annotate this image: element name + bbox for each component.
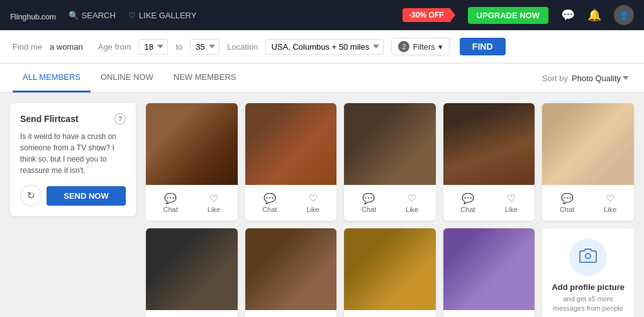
location-label: Location bbox=[227, 42, 258, 52]
like-button[interactable]: ♡ Like bbox=[401, 190, 423, 216]
search-nav-icon: 🔍 bbox=[69, 11, 79, 20]
like-gallery-nav-item[interactable]: ♡ LIKE GALLERY bbox=[128, 11, 197, 20]
like-button[interactable]: ♡ Like bbox=[599, 190, 621, 216]
like-label: Like bbox=[604, 206, 616, 213]
like-button[interactable]: ♡ Like bbox=[203, 190, 225, 216]
filters-button[interactable]: 2 Filters ▾ bbox=[391, 38, 449, 55]
flirtcast-title-row: Send Flirtcast ? bbox=[20, 113, 126, 125]
like-icon: ♡ bbox=[507, 192, 516, 204]
tab-new-members[interactable]: NEW MEMBERS bbox=[164, 64, 247, 92]
find-me-value: a woman bbox=[50, 42, 83, 52]
profile-actions: 💬 Chat ♡ Like bbox=[443, 310, 535, 317]
chat-button[interactable]: 💬 Chat bbox=[555, 190, 579, 216]
location-select[interactable]: USA, Columbus + 50 miles USA, New York +… bbox=[265, 39, 384, 55]
notifications-icon[interactable]: 🔔 bbox=[587, 8, 601, 22]
profile-actions: 💬 Chat ♡ Like bbox=[245, 310, 337, 317]
search-nav-label: SEARCH bbox=[82, 11, 116, 20]
profile-image bbox=[344, 228, 436, 310]
discount-badge: -30% OFF bbox=[402, 8, 455, 22]
profile-card: 💬 Chat ♡ Like bbox=[344, 103, 436, 221]
like-icon: ♡ bbox=[408, 192, 416, 204]
camera-circle bbox=[569, 238, 607, 276]
refresh-button[interactable]: ↻ bbox=[20, 185, 42, 206]
tab-online-now[interactable]: ONLINE NOW bbox=[91, 64, 164, 92]
chat-label: Chat bbox=[362, 206, 376, 213]
chat-icon: 💬 bbox=[462, 192, 474, 204]
filters-chevron-icon: ▾ bbox=[438, 42, 443, 52]
age-from-select[interactable]: 18 19 20 bbox=[138, 39, 168, 55]
filter-count: 2 bbox=[398, 41, 409, 52]
profile-image bbox=[443, 228, 535, 310]
chat-button[interactable]: 💬 Chat bbox=[257, 190, 282, 216]
help-icon[interactable]: ? bbox=[114, 113, 126, 125]
search-nav-item[interactable]: 🔍 SEARCH bbox=[69, 11, 116, 20]
like-label: Like bbox=[208, 206, 220, 213]
like-button[interactable]: ♡ Like bbox=[301, 190, 324, 216]
profile-card: 💬 Chat ♡ Like bbox=[245, 103, 337, 221]
avatar[interactable]: 👤 bbox=[614, 5, 634, 25]
profile-card: 💬 Chat ♡ Like bbox=[344, 228, 436, 317]
chat-label: Chat bbox=[560, 206, 574, 213]
age-to-label: to bbox=[175, 42, 182, 52]
main-content: Send Flirtcast ? Is it weird to have a c… bbox=[0, 93, 644, 317]
profile-card: 💬 Chat ♡ Like bbox=[146, 228, 238, 317]
profile-card: 💬 Chat ♡ Like bbox=[245, 228, 337, 317]
messages-icon[interactable]: 💬 bbox=[561, 8, 575, 22]
like-icon: ♡ bbox=[209, 192, 218, 204]
send-now-button[interactable]: SEND NOW bbox=[47, 186, 126, 206]
add-photo-subtitle: and get x5 more messages from people bbox=[550, 294, 626, 314]
chat-label: Chat bbox=[164, 206, 178, 213]
profile-image bbox=[542, 103, 634, 185]
profile-actions: 💬 Chat ♡ Like bbox=[344, 185, 436, 221]
brand-logo[interactable]: Flinghub.com bbox=[10, 8, 56, 23]
profile-image bbox=[245, 228, 337, 310]
svg-point-0 bbox=[586, 253, 591, 259]
add-photo-card: Add profile picture and get x5 more mess… bbox=[542, 228, 634, 317]
profile-actions: 💬 Chat ♡ Like bbox=[344, 310, 436, 317]
like-button[interactable]: ♡ Like bbox=[500, 190, 523, 216]
sort-label: Sort by bbox=[542, 74, 568, 83]
flirtcast-card: Send Flirtcast ? Is it weird to have a c… bbox=[10, 103, 136, 216]
profile-image bbox=[443, 103, 535, 185]
like-label: Like bbox=[406, 206, 418, 213]
like-icon: ♡ bbox=[309, 192, 318, 204]
profile-actions: 💬 Chat ♡ Like bbox=[542, 185, 634, 221]
profile-card: 💬 Chat ♡ Like bbox=[146, 103, 238, 221]
profile-actions: 💬 Chat ♡ Like bbox=[146, 310, 238, 317]
sort-select[interactable]: Photo Quality Newest Online Now bbox=[572, 74, 631, 83]
chat-label: Chat bbox=[262, 206, 277, 213]
tabs-bar: ALL MEMBERS ONLINE NOW NEW MEMBERS Sort … bbox=[0, 64, 644, 93]
find-button[interactable]: FIND bbox=[460, 38, 506, 55]
age-from-label: Age from bbox=[98, 42, 131, 52]
discount-label: -30% OFF bbox=[402, 8, 450, 22]
profile-card: 💬 Chat ♡ Like bbox=[542, 103, 634, 221]
chat-button[interactable]: 💬 Chat bbox=[158, 190, 183, 216]
like-gallery-label: LIKE GALLERY bbox=[139, 11, 197, 20]
tab-all-members[interactable]: ALL MEMBERS bbox=[13, 64, 91, 92]
search-bar: Find me a woman Age from 18 19 20 to 35 … bbox=[0, 30, 644, 64]
age-to-select[interactable]: 35 40 45 bbox=[190, 39, 219, 55]
flirtcast-text: Is it weird to have a crush on someone f… bbox=[20, 131, 126, 176]
chat-button[interactable]: 💬 Chat bbox=[455, 190, 480, 216]
camera-icon bbox=[579, 247, 597, 268]
profile-actions: 💬 Chat ♡ Like bbox=[146, 185, 238, 221]
chat-icon: 💬 bbox=[164, 192, 177, 204]
flirtcast-heading: Send Flirtcast bbox=[20, 114, 79, 124]
chat-icon: 💬 bbox=[561, 192, 574, 204]
navbar: Flinghub.com 🔍 SEARCH ♡ LIKE GALLERY -30… bbox=[0, 0, 644, 30]
brand-name: Flinghub bbox=[10, 13, 40, 21]
profile-actions: 💬 Chat ♡ Like bbox=[443, 185, 535, 221]
profile-grid: 💬 Chat ♡ Like 💬 Chat ♡ Like bbox=[146, 103, 634, 317]
sort-area: Sort by Photo Quality Newest Online Now bbox=[542, 74, 631, 83]
add-photo-title: Add profile picture bbox=[552, 282, 625, 292]
like-icon: ♡ bbox=[606, 192, 614, 204]
avatar-icon: 👤 bbox=[619, 11, 629, 20]
filters-label: Filters bbox=[413, 42, 435, 52]
upgrade-button[interactable]: UPGRADE NOW bbox=[468, 7, 548, 24]
chat-label: Chat bbox=[460, 206, 475, 213]
profile-card: 💬 Chat ♡ Like bbox=[443, 103, 535, 221]
profile-actions: 💬 Chat ♡ Like bbox=[245, 185, 337, 221]
profile-image bbox=[245, 103, 337, 185]
chat-button[interactable]: 💬 Chat bbox=[357, 190, 381, 216]
chat-icon: 💬 bbox=[264, 192, 276, 204]
